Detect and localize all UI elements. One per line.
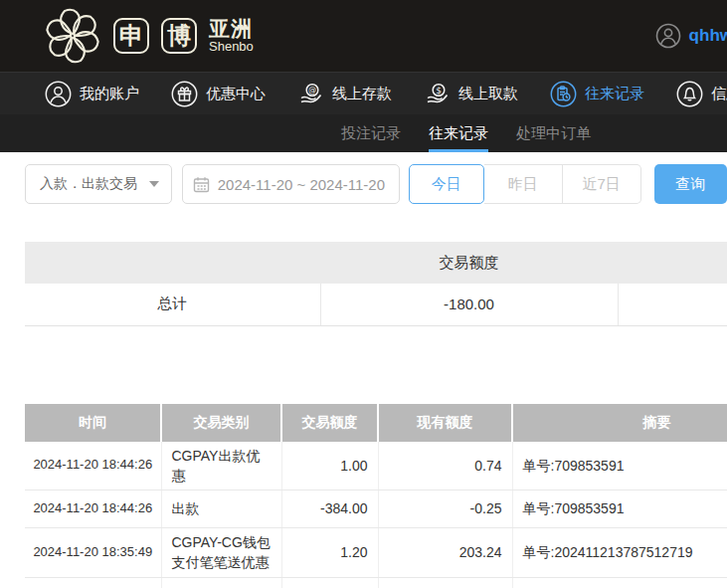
nav-label: 往来记录 [585, 85, 644, 103]
tab-betting-records[interactable]: 投注记录 [341, 114, 401, 152]
last-7-days-button[interactable]: 近7日 [563, 164, 641, 204]
cell-type: CGPAY-CG钱包支付笔笔送优惠 [161, 528, 281, 578]
tab-label: 处理中订单 [516, 124, 591, 143]
nav-label: 我的账户 [80, 85, 139, 103]
summary-header-empty [618, 242, 727, 284]
col-header-balance: 现有额度 [378, 404, 512, 442]
tab-label: 投注记录 [341, 124, 401, 143]
summary-header-row: 交易额度 [25, 242, 727, 284]
brand-name-en: Shenbo [209, 40, 254, 54]
nav-item-deposit[interactable]: @ 线上存款 [297, 81, 392, 107]
cell-type: CGPAY出款优惠 [161, 442, 281, 490]
user-avatar-icon [655, 23, 681, 49]
cell-balance: 203.24 [378, 528, 512, 578]
top-brand-bar: 申 博 亚洲 Shenbo qhhw [0, 0, 727, 72]
col-header-time: 时间 [25, 404, 161, 442]
records-table-wrap: 时间 交易类别 交易额度 现有额度 摘要 2024-11-20 18:44:26… [0, 404, 727, 588]
today-button[interactable]: 今日 [409, 164, 484, 204]
table-row: 2024-11-20 18:44:26 出款 -384.00 -0.25 单号:… [25, 490, 727, 528]
cell-time: 2024-11-20 18:35:49 [25, 577, 161, 588]
cell-time: 2024-11-20 18:44:26 [25, 442, 161, 490]
nav-item-transaction-records[interactable]: 往来记录 [550, 81, 644, 107]
cell-type: 出款 [161, 490, 281, 528]
main-navigation: 我的账户 优惠中心 @ 线上存款 $ 线上取款 [0, 72, 727, 114]
cell-memo: 单号:202411213787512719 [512, 528, 727, 578]
records-header-row: 时间 交易类别 交易额度 现有额度 摘要 [25, 404, 727, 442]
col-header-amount: 交易额度 [281, 404, 378, 442]
calendar-icon [193, 176, 210, 193]
quick-date-button-group: 今日 昨日 近7日 [409, 164, 641, 204]
col-header-type: 交易类别 [161, 404, 281, 442]
nav-item-my-account[interactable]: 我的账户 [45, 81, 139, 107]
date-range-value: 2024-11-20 ~ 2024-11-20 [218, 176, 385, 193]
cell-amount: 200.00 [281, 577, 378, 588]
nav-label: 线上存款 [332, 85, 392, 103]
tab-processing-orders[interactable]: 处理中订单 [516, 114, 591, 152]
transaction-type-value: 入款．出款交易 [40, 175, 137, 193]
tab-label: 往来记录 [429, 124, 488, 143]
table-row: 2024-11-20 18:35:49 CGPAY支付 200.00 202.0… [25, 577, 727, 588]
search-button[interactable]: 查询 [654, 164, 727, 204]
filter-bar: 入款．出款交易 2024-11-20 ~ 2024-11-20 今日 昨日 近7… [25, 164, 727, 204]
cell-amount: -384.00 [281, 490, 378, 528]
yesterday-button[interactable]: 昨日 [484, 164, 563, 204]
summary-header-empty [25, 242, 320, 284]
cell-memo: 单号:709853591 [512, 442, 727, 490]
nav-label: 优惠中心 [206, 85, 266, 103]
user-account-link[interactable]: qhhw [655, 23, 727, 49]
flower-logo-icon [44, 7, 101, 65]
cell-amount: 1.00 [281, 442, 378, 490]
brand-char-1: 申 [113, 18, 149, 54]
brand-region: 亚洲 [209, 18, 254, 40]
username-text: qhhw [689, 26, 727, 46]
nav-item-withdrawal[interactable]: $ 线上取款 [424, 81, 518, 107]
person-circle-icon [45, 81, 72, 107]
summary-empty-cell [618, 284, 727, 325]
cell-balance: -0.25 [378, 490, 512, 528]
transaction-type-select[interactable]: 入款．出款交易 [25, 164, 172, 204]
cell-memo: 单号:709853591 [512, 490, 727, 528]
cell-type: CGPAY支付 [161, 577, 281, 588]
table-row: 2024-11-20 18:35:49 CGPAY-CG钱包支付笔笔送优惠 1.… [25, 528, 727, 578]
col-header-memo: 摘要 [512, 404, 727, 442]
chevron-down-icon [149, 181, 159, 187]
brand-char-2: 博 [161, 18, 197, 54]
nav-item-messages[interactable]: 信息 [676, 81, 727, 107]
nav-item-promotions[interactable]: 优惠中心 [171, 81, 266, 107]
hand-coin-at-icon: @ [297, 81, 324, 107]
cell-amount: 1.20 [281, 528, 378, 578]
date-range-input[interactable]: 2024-11-20 ~ 2024-11-20 [182, 164, 400, 204]
svg-text:@: @ [308, 86, 316, 95]
cell-time: 2024-11-20 18:44:26 [25, 490, 161, 528]
summary-table: 交易额度 总计 -180.00 [25, 242, 727, 326]
summary-total-label: 总计 [25, 284, 320, 325]
records-tab-bar: 投注记录 往来记录 处理中订单 [0, 114, 727, 152]
nav-label: 信息 [711, 85, 727, 103]
summary-header-amount: 交易额度 [320, 242, 618, 284]
tab-transaction-records[interactable]: 往来记录 [429, 114, 488, 152]
summary-total-value: -180.00 [320, 284, 618, 325]
table-row: 2024-11-20 18:44:26 CGPAY出款优惠 1.00 0.74 … [25, 442, 727, 490]
cell-balance: 202.04 [378, 577, 512, 588]
bell-icon [676, 81, 703, 107]
summary-total-row: 总计 -180.00 [25, 284, 727, 325]
brand-logo[interactable]: 申 博 亚洲 Shenbo [44, 7, 254, 65]
hand-coin-dollar-icon: $ [424, 81, 451, 107]
svg-text:$: $ [436, 85, 442, 95]
clipboard-clock-icon [550, 81, 577, 107]
records-table: 时间 交易类别 交易额度 现有额度 摘要 2024-11-20 18:44:26… [25, 404, 727, 588]
cell-balance: 0.74 [378, 442, 512, 490]
content-area: 入款．出款交易 2024-11-20 ~ 2024-11-20 今日 昨日 近7… [0, 164, 727, 588]
cell-time: 2024-11-20 18:35:49 [25, 528, 161, 578]
nav-label: 线上取款 [458, 85, 518, 103]
gift-icon [171, 81, 198, 107]
cell-memo: 单号:202411213787512719 [512, 577, 727, 588]
